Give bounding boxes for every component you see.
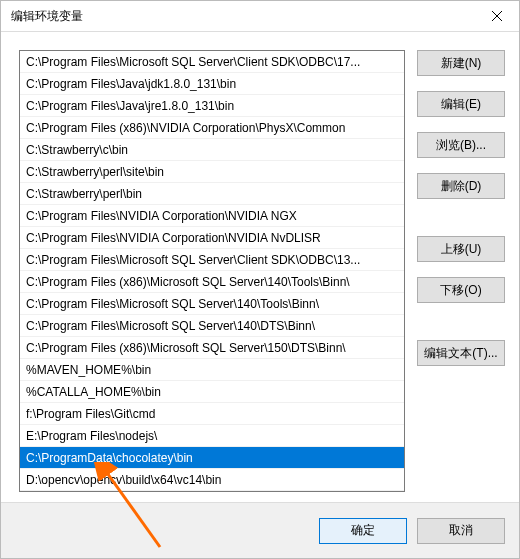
path-listbox[interactable]: C:\Program Files\Microsoft SQL Server\Cl…: [20, 51, 404, 491]
move-up-button[interactable]: 上移(U): [417, 236, 505, 262]
list-item[interactable]: f:\Program Files\Git\cmd: [20, 403, 404, 425]
dialog-body: C:\Program Files\Microsoft SQL Server\Cl…: [1, 32, 519, 502]
new-button[interactable]: 新建(N): [417, 50, 505, 76]
env-var-dialog: 编辑环境变量 C:\Program Files\Microsoft SQL Se…: [0, 0, 520, 559]
list-item[interactable]: C:\ProgramData\chocolatey\bin: [20, 447, 404, 469]
spacer: [417, 214, 505, 236]
list-item[interactable]: C:\Program Files (x86)\Microsoft SQL Ser…: [20, 337, 404, 359]
list-item[interactable]: C:\Program Files\Java\jre1.8.0_131\bin: [20, 95, 404, 117]
list-item[interactable]: C:\Program Files (x86)\NVIDIA Corporatio…: [20, 117, 404, 139]
list-item[interactable]: C:\Program Files\Microsoft SQL Server\14…: [20, 293, 404, 315]
list-item[interactable]: C:\Program Files\Microsoft SQL Server\14…: [20, 315, 404, 337]
list-item[interactable]: C:\Strawberry\perl\site\bin: [20, 161, 404, 183]
list-item[interactable]: %MAVEN_HOME%\bin: [20, 359, 404, 381]
sidebar: 新建(N) 编辑(E) 浏览(B)... 删除(D) 上移(U) 下移(O) 编…: [417, 50, 505, 492]
list-item[interactable]: %CATALLA_HOME%\bin: [20, 381, 404, 403]
spacer: [417, 318, 505, 340]
list-item[interactable]: C:\Program Files\Microsoft SQL Server\Cl…: [20, 51, 404, 73]
close-button[interactable]: [474, 1, 519, 31]
window-title: 编辑环境变量: [11, 8, 83, 25]
list-item[interactable]: C:\Program Files\Java\jdk1.8.0_131\bin: [20, 73, 404, 95]
move-down-button[interactable]: 下移(O): [417, 277, 505, 303]
delete-button[interactable]: 删除(D): [417, 173, 505, 199]
list-item[interactable]: C:\Program Files (x86)\Microsoft SQL Ser…: [20, 271, 404, 293]
list-item[interactable]: C:\Strawberry\c\bin: [20, 139, 404, 161]
edit-text-button[interactable]: 编辑文本(T)...: [417, 340, 505, 366]
browse-button[interactable]: 浏览(B)...: [417, 132, 505, 158]
list-item[interactable]: C:\Program Files\NVIDIA Corporation\NVID…: [20, 205, 404, 227]
list-item[interactable]: D:\opencv\opencv\build\x64\vc14\bin: [20, 469, 404, 491]
edit-button[interactable]: 编辑(E): [417, 91, 505, 117]
list-item[interactable]: E:\Program Files\nodejs\: [20, 425, 404, 447]
dialog-footer: 确定 取消: [1, 502, 519, 558]
path-list-container: C:\Program Files\Microsoft SQL Server\Cl…: [19, 50, 405, 492]
close-icon: [492, 11, 502, 21]
list-item[interactable]: C:\Program Files\Microsoft SQL Server\Cl…: [20, 249, 404, 271]
titlebar: 编辑环境变量: [1, 1, 519, 32]
list-item[interactable]: C:\Strawberry\perl\bin: [20, 183, 404, 205]
list-item[interactable]: C:\Program Files\NVIDIA Corporation\NVID…: [20, 227, 404, 249]
ok-button[interactable]: 确定: [319, 518, 407, 544]
cancel-button[interactable]: 取消: [417, 518, 505, 544]
